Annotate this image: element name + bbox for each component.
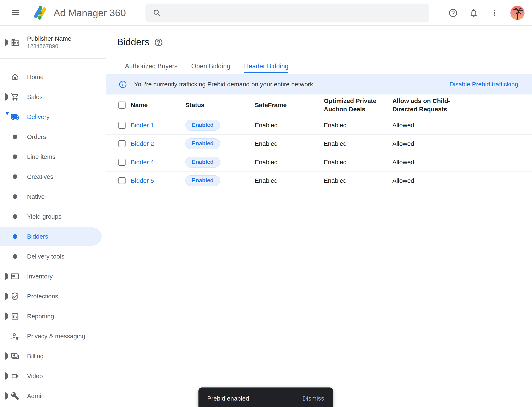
table-row: Bidder 5 Enabled Enabled Enabled Allowed [106, 172, 532, 190]
status-badge: Enabled [185, 157, 220, 168]
row-checkbox[interactable] [119, 140, 126, 147]
tab-header-bidding[interactable]: Header Bidding [244, 63, 289, 73]
page-help-icon[interactable] [154, 38, 163, 47]
bidder-link[interactable]: Bidder 2 [131, 140, 154, 147]
row-checkbox[interactable] [119, 159, 126, 166]
row-checkbox[interactable] [119, 122, 126, 129]
sidebar: Publisher Name 1234567890 Home Sales [0, 26, 106, 407]
sidebar-item-native[interactable]: Native [0, 187, 106, 207]
page-title: Bidders [117, 37, 149, 47]
collapse-arrow-icon[interactable] [5, 115, 9, 119]
billing-icon [11, 352, 19, 360]
main-layout: Publisher Name 1234567890 Home Sales [0, 26, 532, 407]
search-bar[interactable] [145, 4, 429, 23]
snackbar: Prebid enabled. Dismiss [198, 387, 333, 407]
product-name: Ad Manager 360 [54, 7, 126, 18]
column-header-child-directed[interactable]: Allow ads on Child-Directed Requests [392, 97, 455, 113]
safeframe-value: Enabled [255, 177, 324, 184]
avatar[interactable] [510, 6, 524, 20]
publisher-id: 1234567890 [27, 43, 106, 50]
page-header: Bidders [106, 37, 532, 47]
safeframe-value: Enabled [255, 122, 324, 129]
table-header-row: Name Status SafeFrame Optimized Private … [106, 94, 532, 116]
sidebar-item-billing[interactable]: Billing [0, 346, 106, 366]
sidebar-item-orders[interactable]: Orders [0, 127, 106, 147]
search-icon [153, 8, 162, 18]
expand-arrow-icon[interactable] [5, 394, 8, 398]
building-icon [11, 38, 20, 47]
tab-open-bidding[interactable]: Open Bidding [191, 63, 230, 73]
ad-manager-app: Ad Manager 360 [0, 0, 532, 407]
expand-arrow-icon[interactable] [5, 314, 8, 318]
row-checkbox[interactable] [119, 177, 126, 184]
sidebar-item-inventory[interactable]: Inventory [0, 266, 106, 286]
video-icon [11, 372, 19, 380]
expand-arrow-icon[interactable] [5, 274, 8, 278]
child-directed-value: Allowed [392, 177, 532, 184]
child-directed-value: Allowed [392, 140, 532, 147]
shield-check-icon [11, 292, 19, 301]
bullet-icon [13, 194, 17, 199]
sidebar-item-line-items[interactable]: Line items [0, 147, 106, 167]
topbar-actions [448, 0, 532, 26]
column-header-name[interactable]: Name [131, 102, 185, 109]
bullet-icon [13, 214, 17, 219]
sidebar-item-sales[interactable]: Sales [0, 87, 106, 107]
notifications-icon[interactable] [469, 8, 479, 18]
bidder-link[interactable]: Bidder 1 [131, 122, 154, 129]
home-icon [11, 73, 19, 81]
sidebar-item-home[interactable]: Home [0, 67, 106, 87]
search-input[interactable] [167, 4, 429, 23]
sidebar-item-delivery[interactable]: Delivery [0, 107, 106, 127]
bullet-icon [13, 174, 17, 179]
opad-value: Enabled [324, 122, 392, 129]
status-badge: Enabled [185, 120, 220, 131]
select-all-checkbox[interactable] [119, 102, 126, 109]
expand-arrow-icon[interactable] [5, 374, 8, 378]
content-area: Bidders Authorized Buyers Open Bidding H… [106, 26, 532, 407]
child-directed-value: Allowed [392, 159, 532, 166]
expand-arrow-icon[interactable] [5, 354, 8, 358]
truck-icon [11, 112, 20, 121]
publisher-selector[interactable]: Publisher Name 1234567890 [0, 26, 106, 59]
top-app-bar: Ad Manager 360 [0, 0, 532, 26]
bullet-icon [13, 134, 17, 139]
disable-prebid-trafficking-link[interactable]: Disable Prebid trafficking [450, 81, 518, 88]
expand-arrow-icon[interactable] [5, 294, 8, 298]
sidebar-item-video[interactable]: Video [0, 366, 106, 386]
tab-authorized-buyers[interactable]: Authorized Buyers [125, 63, 177, 73]
more-vert-icon[interactable] [490, 8, 500, 18]
ad-manager-logo [32, 5, 48, 21]
bidder-link[interactable]: Bidder 4 [131, 159, 154, 165]
opad-value: Enabled [324, 177, 392, 184]
privacy-icon [11, 332, 19, 341]
sidebar-nav: Home Sales Delivery [0, 59, 106, 406]
sidebar-item-bidders[interactable]: Bidders [0, 227, 106, 246]
opad-value: Enabled [324, 140, 392, 147]
snackbar-dismiss-button[interactable]: Dismiss [302, 395, 324, 402]
wrench-icon [11, 392, 19, 400]
publisher-name: Publisher Name [27, 34, 106, 43]
child-directed-value: Allowed [392, 122, 532, 129]
info-icon [119, 80, 127, 89]
sidebar-item-privacy-messaging[interactable]: Privacy & messaging [0, 326, 106, 346]
menu-icon[interactable] [10, 8, 20, 18]
expand-arrow-icon[interactable] [5, 95, 8, 99]
column-header-status[interactable]: Status [185, 102, 255, 109]
bidder-link[interactable]: Bidder 5 [131, 177, 154, 184]
help-icon[interactable] [448, 8, 458, 18]
table-row: Bidder 1 Enabled Enabled Enabled Allowed [106, 116, 532, 134]
sidebar-item-reporting[interactable]: Reporting [0, 306, 106, 326]
expand-arrow-icon[interactable] [5, 41, 8, 44]
table-row: Bidder 4 Enabled Enabled Enabled Allowed [106, 153, 532, 172]
bullet-icon [13, 234, 17, 239]
column-header-opad[interactable]: Optimized Private Auction Deals [324, 97, 386, 113]
bullet-icon [13, 155, 17, 159]
sidebar-item-yield-groups[interactable]: Yield groups [0, 207, 106, 227]
column-header-safeframe[interactable]: SafeFrame [255, 102, 324, 109]
sidebar-item-admin[interactable]: Admin [0, 386, 106, 406]
tab-bar: Authorized Buyers Open Bidding Header Bi… [106, 63, 532, 73]
sidebar-item-delivery-tools[interactable]: Delivery tools [0, 246, 106, 266]
sidebar-item-creatives[interactable]: Creatives [0, 167, 106, 187]
sidebar-item-protections[interactable]: Protections [0, 286, 106, 306]
